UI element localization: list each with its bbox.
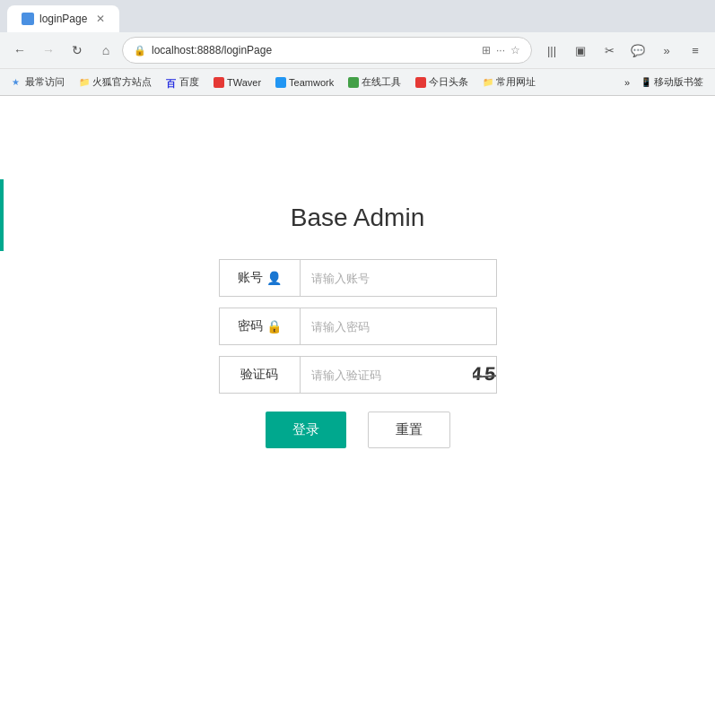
reset-button[interactable]: 重置 xyxy=(368,412,450,448)
username-label-text: 账号 xyxy=(238,270,263,286)
bookmark-twaver-label: TWaver xyxy=(227,77,261,88)
bookmark-toutiao[interactable]: 今日头条 xyxy=(411,74,473,91)
tab-close-button[interactable]: ✕ xyxy=(96,13,105,25)
bookmark-baidu[interactable]: 百 百度 xyxy=(161,74,204,91)
bookmark-mobile[interactable]: 📱 移动版书签 xyxy=(636,74,708,91)
page-content: Base Admin 账号 👤 密码 🔒 验证码 5453 xyxy=(0,96,715,706)
captcha-field-container: 验证码 5453 xyxy=(219,356,497,394)
login-form: 账号 👤 密码 🔒 验证码 5453 登录 重置 xyxy=(219,259,497,448)
qr-icon[interactable]: ⊞ xyxy=(482,44,491,56)
login-button[interactable]: 登录 xyxy=(266,412,346,448)
extensions-button[interactable]: » xyxy=(654,38,679,63)
tab-bar: loginPage ✕ xyxy=(0,0,715,32)
back-button[interactable]: ← xyxy=(7,38,32,63)
bookmark-online-tool[interactable]: 在线工具 xyxy=(344,74,405,91)
lock-icon: 🔒 xyxy=(134,45,146,56)
address-bar-icons: ⊞ ··· ☆ xyxy=(482,44,520,56)
bookmark-twaver[interactable]: TWaver xyxy=(209,75,266,90)
captcha-label: 验证码 xyxy=(220,357,301,393)
captcha-input[interactable] xyxy=(301,357,473,393)
more-bookmarks: » 📱 移动版书签 xyxy=(620,74,708,91)
forward-button[interactable]: → xyxy=(36,38,61,63)
captcha-image[interactable]: 5453 xyxy=(473,357,496,393)
more-bookmarks-button[interactable]: » xyxy=(620,75,634,90)
teamwork-icon xyxy=(275,77,286,88)
username-label: 账号 👤 xyxy=(220,260,301,296)
folder-icon: 📁 xyxy=(79,77,90,88)
bookmark-teamwork-label: Teamwork xyxy=(289,77,334,88)
bookmarks-bar: ★ 最常访问 📁 火狐官方站点 百 百度 TWaver Teamwork 在线工… xyxy=(0,68,715,95)
username-field-container: 账号 👤 xyxy=(219,259,497,297)
bookmark-firefox[interactable]: 📁 火狐官方站点 xyxy=(74,74,156,91)
button-row: 登录 重置 xyxy=(219,412,497,448)
user-icon: 👤 xyxy=(266,271,282,285)
bookmark-frequent[interactable]: ★ 最常访问 xyxy=(7,74,69,91)
mobile-icon: 📱 xyxy=(641,77,651,88)
password-label: 密码 🔒 xyxy=(220,308,301,344)
screenshot-button[interactable]: ✂ xyxy=(597,38,622,63)
baidu-icon: 百 xyxy=(166,77,177,88)
more-icon[interactable]: ··· xyxy=(496,44,505,56)
toolbar: ← → ↻ ⌂ 🔒 localhost:8888/loginPage ⊞ ···… xyxy=(0,32,715,68)
bookmark-frequent-label: 最常访问 xyxy=(25,75,65,89)
page-title: Base Admin xyxy=(291,204,424,232)
online-tool-icon xyxy=(348,77,359,88)
twaver-icon xyxy=(214,77,224,88)
home-button[interactable]: ⌂ xyxy=(93,38,118,63)
url-text: localhost:8888/loginPage xyxy=(152,44,476,56)
bookmark-toutiao-label: 今日头条 xyxy=(429,75,468,89)
tab-favicon xyxy=(22,13,34,25)
active-tab[interactable]: loginPage ✕ xyxy=(7,5,119,32)
bookmark-mobile-label: 移动版书签 xyxy=(654,75,703,89)
star-icon[interactable]: ☆ xyxy=(510,44,520,56)
star-icon: ★ xyxy=(12,77,22,88)
bookmark-online-tool-label: 在线工具 xyxy=(362,75,401,89)
chat-button[interactable]: 💬 xyxy=(625,38,650,63)
tab-title: loginPage xyxy=(39,13,87,25)
password-label-text: 密码 xyxy=(238,318,263,334)
captcha-label-text: 验证码 xyxy=(240,367,278,383)
captcha-text: 5453 xyxy=(473,364,496,386)
lock-icon: 🔒 xyxy=(266,319,282,334)
bookmark-common-sites-label: 常用网址 xyxy=(496,75,536,89)
password-input[interactable] xyxy=(301,308,496,344)
menu-button[interactable]: ≡ xyxy=(683,38,708,63)
password-field-container: 密码 🔒 xyxy=(219,308,497,345)
refresh-button[interactable]: ↻ xyxy=(65,38,90,63)
username-input[interactable] xyxy=(301,260,496,296)
bookmark-firefox-label: 火狐官方站点 xyxy=(92,75,152,89)
bookmark-common-sites[interactable]: 📁 常用网址 xyxy=(478,74,540,91)
address-bar[interactable]: 🔒 localhost:8888/loginPage ⊞ ··· ☆ xyxy=(122,37,532,64)
bookmark-baidu-label: 百度 xyxy=(179,75,199,89)
browser-chrome: loginPage ✕ ← → ↻ ⌂ 🔒 localhost:8888/log… xyxy=(0,0,715,96)
toolbar-right: ||| ▣ ✂ 💬 » ≡ xyxy=(539,38,708,63)
sidebar-toggle-button[interactable]: ||| xyxy=(539,38,564,63)
toutiao-icon xyxy=(415,77,426,88)
folder-icon: 📁 xyxy=(483,77,493,88)
side-accent xyxy=(0,179,4,251)
split-view-button[interactable]: ▣ xyxy=(568,38,593,63)
bookmark-teamwork[interactable]: Teamwork xyxy=(271,75,338,90)
